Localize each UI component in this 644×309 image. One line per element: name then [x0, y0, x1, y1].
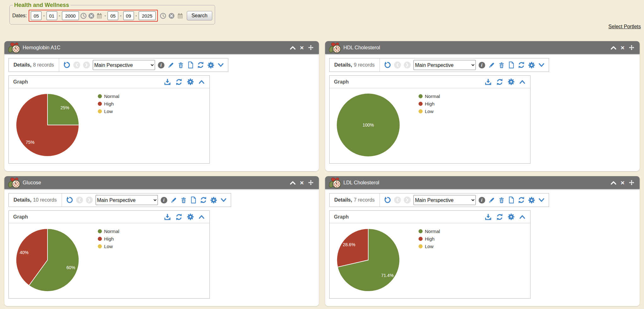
settings-icon[interactable]	[210, 197, 217, 204]
collapse-portlet-icon[interactable]	[610, 45, 617, 50]
expand-details-icon[interactable]	[217, 62, 224, 68]
collapse-portlet-icon[interactable]	[610, 180, 617, 185]
undo-icon[interactable]	[66, 196, 73, 204]
new-document-icon[interactable]	[190, 196, 197, 204]
settings-icon[interactable]	[207, 62, 214, 69]
graph-refresh-icon[interactable]	[496, 213, 503, 221]
legend-swatch-normal	[419, 94, 423, 98]
edit-icon[interactable]	[167, 62, 175, 69]
portlet-header: LDL Cholesterol ×	[325, 176, 640, 189]
move-portlet-icon[interactable]	[308, 45, 314, 51]
perspective-select[interactable]: Main Perspective	[414, 195, 476, 205]
graph-settings-icon[interactable]	[187, 213, 194, 220]
previous-icon[interactable]	[73, 62, 80, 68]
legend-label: Low	[425, 244, 434, 249]
previous-icon[interactable]	[394, 62, 401, 68]
undo-icon[interactable]	[63, 61, 70, 69]
date-range-annotation: - - - - -	[29, 10, 158, 22]
graph-settings-icon[interactable]	[187, 78, 194, 85]
collapse-graph-icon[interactable]	[519, 79, 526, 85]
next-icon[interactable]	[404, 197, 411, 203]
expand-details-icon[interactable]	[220, 197, 227, 203]
next-icon[interactable]	[404, 62, 411, 68]
collapse-graph-icon[interactable]	[198, 79, 205, 85]
next-icon[interactable]	[86, 197, 93, 203]
close-portlet-icon[interactable]: ×	[621, 44, 625, 51]
settings-icon[interactable]	[528, 197, 535, 204]
details-bar: Details, 8 records Main Perspective	[8, 58, 228, 72]
edit-icon[interactable]	[488, 197, 495, 204]
move-portlet-icon[interactable]	[629, 180, 635, 186]
download-icon[interactable]	[164, 78, 171, 85]
date-to-month-input[interactable]	[108, 11, 118, 20]
portlet-header: Glucose ×	[4, 176, 319, 189]
delete-icon[interactable]	[177, 62, 184, 69]
clock-icon[interactable]	[80, 13, 87, 19]
collapse-portlet-icon[interactable]	[290, 45, 296, 50]
info-icon[interactable]: i	[161, 197, 167, 203]
details-bar: Details, 10 records Main Perspective	[8, 193, 231, 207]
pie-slice-label: 25%	[60, 105, 69, 110]
perspective-select[interactable]: Main Perspective	[93, 60, 155, 70]
move-portlet-icon[interactable]	[629, 45, 635, 51]
info-icon[interactable]: i	[479, 62, 485, 68]
refresh-icon[interactable]	[197, 61, 204, 69]
date-to-day-input[interactable]	[123, 11, 134, 20]
close-portlet-icon[interactable]: ×	[300, 179, 304, 186]
refresh-icon[interactable]	[518, 196, 525, 204]
close-portlet-icon[interactable]: ×	[621, 179, 625, 186]
calendar-icon[interactable]	[96, 13, 103, 19]
collapse-graph-icon[interactable]	[198, 214, 205, 220]
delete-icon[interactable]	[498, 62, 505, 69]
download-icon[interactable]	[485, 78, 492, 85]
date-from-day-input[interactable]	[47, 11, 57, 20]
search-button[interactable]: Search	[187, 11, 212, 20]
pie-slice-label: 100%	[363, 122, 374, 127]
new-document-icon[interactable]	[187, 61, 194, 69]
new-document-icon[interactable]	[508, 196, 515, 204]
next-icon[interactable]	[83, 62, 90, 68]
perspective-select[interactable]: Main Perspective	[96, 195, 158, 205]
previous-icon[interactable]	[76, 197, 83, 203]
info-icon[interactable]: i	[158, 62, 164, 68]
refresh-icon[interactable]	[200, 196, 207, 204]
move-portlet-icon[interactable]	[308, 180, 314, 186]
pie-chart: 60%40%	[14, 227, 80, 294]
edit-icon[interactable]	[170, 197, 177, 204]
clear-date-icon[interactable]	[88, 13, 95, 19]
delete-icon[interactable]	[180, 197, 187, 204]
expand-details-icon[interactable]	[538, 197, 545, 203]
graph-refresh-icon[interactable]	[175, 213, 183, 221]
refresh-icon[interactable]	[518, 61, 525, 69]
graph-refresh-icon[interactable]	[496, 78, 503, 86]
delete-icon[interactable]	[498, 197, 505, 204]
calendar-icon[interactable]	[177, 13, 184, 19]
perspective-select[interactable]: Main Perspective	[414, 60, 476, 70]
date-from-month-input[interactable]	[31, 11, 42, 20]
undo-icon[interactable]	[384, 61, 391, 69]
undo-icon[interactable]	[384, 196, 391, 204]
clear-date-icon[interactable]	[168, 13, 175, 19]
settings-icon[interactable]	[528, 62, 535, 69]
portlet-title: Glucose	[23, 180, 41, 186]
info-icon[interactable]: i	[479, 197, 485, 203]
portlet-title: HDL Cholesterol	[343, 45, 380, 51]
graph-panel: Graph	[329, 75, 530, 164]
graph-settings-icon[interactable]	[508, 213, 515, 220]
collapse-portlet-icon[interactable]	[290, 180, 296, 185]
select-portlets-link[interactable]: Select Portlets	[608, 24, 641, 30]
collapse-graph-icon[interactable]	[519, 214, 526, 220]
date-to-year-input[interactable]	[139, 11, 156, 20]
download-icon[interactable]	[164, 213, 171, 220]
download-icon[interactable]	[485, 213, 492, 220]
previous-icon[interactable]	[394, 197, 401, 203]
close-portlet-icon[interactable]: ×	[300, 44, 304, 51]
expand-details-icon[interactable]	[538, 62, 545, 68]
chart-legend: Normal High Low	[98, 94, 119, 114]
graph-settings-icon[interactable]	[508, 78, 515, 85]
date-from-year-input[interactable]	[62, 11, 79, 20]
edit-icon[interactable]	[488, 62, 495, 69]
new-document-icon[interactable]	[508, 61, 515, 69]
clock-icon[interactable]	[160, 13, 166, 19]
graph-refresh-icon[interactable]	[175, 78, 183, 86]
